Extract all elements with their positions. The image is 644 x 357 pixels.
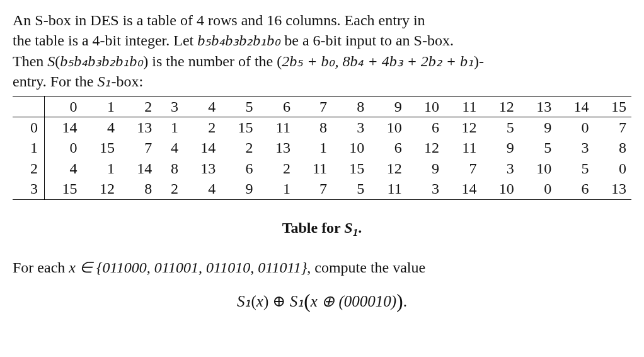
cell: 6 bbox=[556, 178, 594, 199]
text: -box: bbox=[111, 73, 143, 90]
cell: 4 bbox=[83, 117, 120, 138]
cell: 14 bbox=[120, 158, 157, 178]
cell: 2 bbox=[258, 158, 296, 178]
table-row: 10157414213110612119538 bbox=[13, 138, 631, 158]
row-header: 1 bbox=[13, 138, 45, 158]
s1-table: 0123456789101112131415 01441312151183106… bbox=[13, 96, 631, 200]
cell: 8 bbox=[120, 178, 157, 199]
cell: 10 bbox=[519, 158, 556, 178]
caption-post: . bbox=[358, 219, 362, 236]
cell: 12 bbox=[369, 158, 406, 178]
text: For each bbox=[13, 259, 69, 276]
cell: 9 bbox=[519, 117, 556, 138]
cell: 1 bbox=[83, 158, 120, 178]
display-equation: S₁(x) ⊕ S₁(x ⊕ (000010)). bbox=[13, 286, 631, 313]
cell: 12 bbox=[444, 117, 481, 138]
cell: 12 bbox=[83, 178, 120, 199]
table-row: 31512824917511314100613 bbox=[13, 178, 631, 199]
cell: 14 bbox=[183, 138, 221, 158]
cell: 13 bbox=[594, 178, 632, 199]
oplus-icon: ⊕ bbox=[273, 292, 286, 310]
table-row: 24114813621115129731050 bbox=[13, 158, 631, 178]
prompt-paragraph: For each x ∈ {011000, 011001, 011010, 01… bbox=[13, 257, 631, 278]
cell: 8 bbox=[594, 138, 632, 158]
cell: 5 bbox=[556, 158, 594, 178]
cell: 8 bbox=[296, 117, 332, 138]
text: An S-box in DES is a table of 4 rows and… bbox=[13, 12, 425, 28]
table-corner bbox=[13, 96, 45, 117]
cell: 3 bbox=[556, 138, 594, 158]
row-header: 2 bbox=[13, 158, 45, 178]
cell: 5 bbox=[481, 117, 519, 138]
col-header: 4 bbox=[183, 96, 221, 117]
cell: 4 bbox=[157, 138, 183, 158]
cell: 11 bbox=[258, 117, 296, 138]
col-header: 9 bbox=[369, 96, 406, 117]
cell: 14 bbox=[45, 117, 83, 138]
cell: 10 bbox=[332, 138, 369, 158]
body-paragraph: An S-box in DES is a table of 4 rows and… bbox=[13, 10, 631, 92]
bits-var: b₅b₄b₃b₂b₁b₀ bbox=[197, 32, 280, 49]
cell: 3 bbox=[332, 117, 369, 138]
cell: 11 bbox=[444, 138, 481, 158]
inner-expr: x ⊕ (000010) bbox=[311, 293, 396, 310]
col-header: 10 bbox=[407, 96, 444, 117]
cell: 5 bbox=[332, 178, 369, 199]
cell: 6 bbox=[369, 138, 406, 158]
index-expr: 2b₅ + b₀, 8b₄ + 4b₃ + 2b₂ + b₁ bbox=[282, 53, 474, 69]
col-header: 11 bbox=[444, 96, 481, 117]
cell: 8 bbox=[157, 158, 183, 178]
cell: 2 bbox=[221, 138, 258, 158]
cell: 2 bbox=[183, 117, 221, 138]
paren: ) bbox=[263, 293, 268, 310]
cell: 7 bbox=[296, 178, 332, 199]
text: entry. For the bbox=[13, 73, 97, 90]
cell: 0 bbox=[519, 178, 556, 199]
cell: 0 bbox=[594, 158, 632, 178]
text: , compute the value bbox=[307, 259, 425, 276]
col-header: 1 bbox=[83, 96, 120, 117]
cell: 0 bbox=[556, 117, 594, 138]
cell: 9 bbox=[407, 158, 444, 178]
col-header: 3 bbox=[157, 96, 183, 117]
cell: 5 bbox=[519, 138, 556, 158]
cell: 11 bbox=[296, 158, 332, 178]
cell: 12 bbox=[407, 138, 444, 158]
text: be a 6-bit input to an S-box. bbox=[280, 32, 454, 49]
func-S: S bbox=[47, 53, 55, 69]
cell: 13 bbox=[120, 117, 157, 138]
col-header: 15 bbox=[594, 96, 632, 117]
cell: 6 bbox=[407, 117, 444, 138]
cell: 3 bbox=[407, 178, 444, 199]
text: Then bbox=[13, 53, 47, 69]
paren: ( bbox=[304, 290, 311, 312]
s1-var: S₁ bbox=[97, 73, 111, 90]
cell: 1 bbox=[258, 178, 296, 199]
col-header: 2 bbox=[120, 96, 157, 117]
cell: 15 bbox=[332, 158, 369, 178]
cell: 15 bbox=[221, 117, 258, 138]
cell: 10 bbox=[481, 178, 519, 199]
col-header: 8 bbox=[332, 96, 369, 117]
cell: 10 bbox=[369, 117, 406, 138]
col-header: 12 bbox=[481, 96, 519, 117]
cell: 15 bbox=[83, 138, 120, 158]
cell: 7 bbox=[594, 117, 632, 138]
row-header: 3 bbox=[13, 178, 45, 199]
text: is the number of the bbox=[148, 53, 277, 69]
cell: 4 bbox=[45, 158, 83, 178]
col-header: 0 bbox=[45, 96, 83, 117]
cell: 1 bbox=[296, 138, 332, 158]
text: the table is a 4-bit integer. Let bbox=[13, 32, 197, 49]
func-S1: S₁ bbox=[237, 293, 251, 310]
var-x: x bbox=[256, 293, 263, 310]
cell: 7 bbox=[120, 138, 157, 158]
cell: 0 bbox=[45, 138, 83, 158]
cell: 13 bbox=[258, 138, 296, 158]
period: . bbox=[403, 293, 407, 310]
col-header: 13 bbox=[519, 96, 556, 117]
caption-pre: Table for bbox=[282, 219, 345, 236]
x-set: x ∈ {011000, 011001, 011010, 011011} bbox=[69, 259, 307, 276]
col-header: 5 bbox=[221, 96, 258, 117]
bits-var: b₅b₄b₃b₂b₁b₀ bbox=[60, 53, 143, 69]
